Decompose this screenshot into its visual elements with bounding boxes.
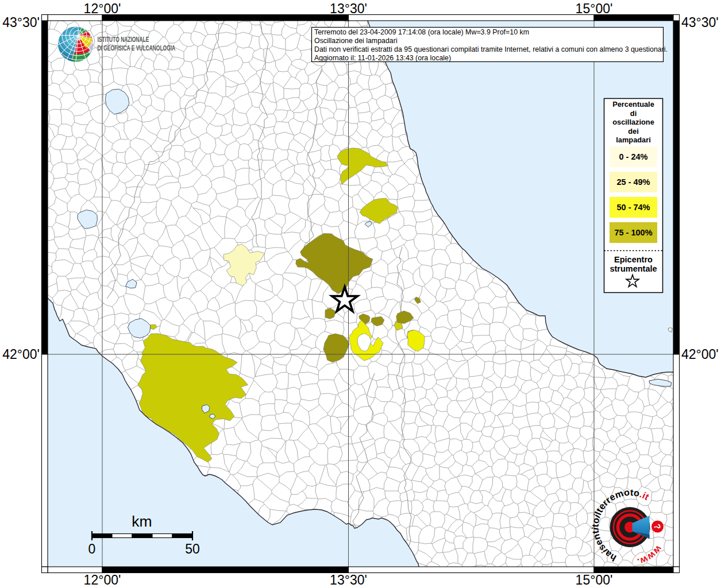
- svg-text:13°30': 13°30': [330, 1, 367, 16]
- svg-text:75 - 100%: 75 - 100%: [614, 228, 652, 237]
- svg-text:42°00': 42°00': [2, 347, 40, 362]
- svg-text:km: km: [132, 513, 152, 530]
- svg-text:25 - 49%: 25 - 49%: [616, 177, 650, 187]
- svg-text:dei: dei: [628, 127, 639, 136]
- svg-text:Percentuale: Percentuale: [612, 100, 654, 109]
- svg-text:12°00': 12°00': [84, 572, 121, 587]
- svg-text:50: 50: [185, 541, 200, 556]
- svg-text:43°30': 43°30': [2, 15, 40, 30]
- svg-text:di: di: [630, 109, 637, 118]
- svg-text:43°30': 43°30': [681, 15, 719, 30]
- svg-text:lampadari: lampadari: [616, 136, 650, 144]
- svg-text:15°00': 15°00': [576, 1, 613, 16]
- svg-text:12°00': 12°00': [84, 1, 121, 16]
- svg-text:ISTITUTO NAZIONALE: ISTITUTO NAZIONALE: [98, 36, 149, 44]
- svg-text:strumentale: strumentale: [610, 264, 657, 273]
- svg-text:Oscillazione dei lampadari: Oscillazione dei lampadari: [314, 37, 398, 45]
- svg-text:oscillazione: oscillazione: [612, 118, 654, 126]
- svg-text:Aggiornato il: 11-01-2026 13:4: Aggiornato il: 11-01-2026 13:43 (ora loc…: [314, 54, 451, 62]
- svg-text:15°00': 15°00': [576, 572, 613, 587]
- svg-text:13°30': 13°30': [330, 572, 367, 587]
- svg-text:Terremoto del 23-04-2009 17:14: Terremoto del 23-04-2009 17:14:08 (ora l…: [314, 28, 529, 36]
- svg-text:DI GEOFISICA E VULCANOLOGIA: DI GEOFISICA E VULCANOLOGIA: [98, 44, 176, 52]
- svg-text:Epicentro: Epicentro: [614, 255, 653, 264]
- svg-text:42°00': 42°00': [681, 347, 719, 362]
- svg-text:Dati non verificati estratti d: Dati non verificati estratti da 95 quest…: [314, 45, 668, 53]
- svg-text:50 - 74%: 50 - 74%: [616, 203, 650, 212]
- svg-text:0: 0: [88, 541, 96, 556]
- svg-text:0 - 24%: 0 - 24%: [619, 152, 648, 161]
